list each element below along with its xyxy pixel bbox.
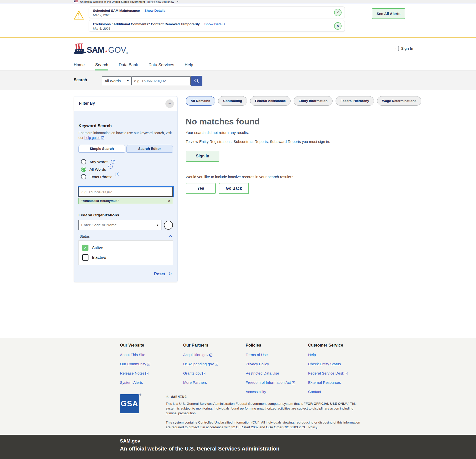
check-icon: ✓	[84, 246, 87, 250]
alert-date: Mar 6, 2026	[93, 27, 330, 30]
federal-org-input[interactable]	[78, 220, 161, 230]
us-flag-icon	[74, 0, 78, 3]
footer-link-terms-of-use[interactable]: Terms of Use	[246, 353, 308, 357]
warning-paragraph-2: This system contains Controlled Unclassi…	[166, 420, 366, 430]
nav-item-data-bank[interactable]: Data Bank	[119, 62, 138, 70]
warning-triangle-icon: ⚠	[73, 9, 84, 22]
radio-label[interactable]: All Words	[89, 167, 106, 172]
reset-icon[interactable]: ↻	[168, 272, 172, 276]
status-options-box: ✓ Active Inactive	[78, 240, 173, 265]
main-content: Filter By − Keyword Search For more info…	[0, 90, 476, 338]
show-details-link[interactable]: Show Details	[204, 22, 225, 26]
keyword-search-input[interactable]	[78, 187, 173, 197]
footer-link-release-notes[interactable]: Release Notes↗	[120, 371, 182, 375]
status-option-active[interactable]: ✓ Active	[82, 245, 169, 251]
close-alert-button[interactable]: ×	[334, 9, 342, 16]
domain-pill-federal-hierarchy[interactable]: Federal Hierarchy	[336, 96, 374, 106]
footer-link-system-alerts[interactable]: System Alerts	[120, 380, 182, 385]
footer-link-foia[interactable]: Freedom of Information Act↗	[246, 380, 308, 385]
info-icon[interactable]: i	[108, 164, 113, 169]
radio-any-words[interactable]	[81, 159, 86, 164]
keyword-search-heading: Keyword Search	[78, 123, 173, 128]
alert-exclusions: Exclusions “Additional Comments” Content…	[89, 20, 345, 32]
close-alert-button[interactable]: ×	[334, 22, 342, 30]
warning-icon: ⚠	[166, 395, 169, 399]
nav-item-data-services[interactable]: Data Services	[148, 62, 174, 70]
chevron-up-icon[interactable]	[169, 235, 172, 238]
external-link-icon: ↗	[101, 136, 104, 139]
gsa-logo: GSA	[120, 394, 139, 413]
chevron-down-icon[interactable]	[177, 0, 179, 2]
bottom-bar: SAM.gov An official website of the U.S. …	[0, 435, 476, 459]
tab-search-editor[interactable]: Search Editor	[126, 145, 173, 153]
nav-item-search[interactable]: Search	[95, 62, 108, 70]
logo-text-sam: SAM	[87, 45, 104, 55]
sign-in-link[interactable]: ← Sign In	[394, 46, 413, 51]
see-all-alerts-button[interactable]: See All Alerts	[372, 8, 405, 19]
tab-simple-search[interactable]: Simple Search	[78, 145, 125, 153]
site-footer: Our Website About This Site Our Communit…	[0, 338, 476, 435]
search-button[interactable]	[191, 76, 202, 86]
external-link-icon: ↗	[292, 381, 295, 384]
footer-link-usaspending-gov[interactable]: USASpending.gov↗	[183, 362, 246, 366]
footer-link-about-this-site[interactable]: About This Site	[120, 353, 182, 357]
domain-pill-wage-determinations[interactable]: Wage Determinations	[377, 96, 422, 106]
show-details-link[interactable]: Show Details	[144, 9, 165, 12]
more-options-button[interactable]: •••	[164, 221, 173, 230]
domain-pill-federal-assistance[interactable]: Federal Assistance	[250, 96, 291, 106]
info-icon[interactable]: i	[111, 160, 115, 164]
radio-all-words[interactable]	[81, 167, 86, 172]
footer-link-external-resources[interactable]: External Resources	[308, 380, 371, 385]
keyword-chip-value: "Anastasiia Herasymuk"	[81, 199, 119, 203]
go-back-button[interactable]: Go Back	[219, 183, 249, 194]
sam-gov-logo[interactable]: ★★★ SAM ★ GOV ®	[73, 43, 128, 55]
yes-button[interactable]: Yes	[186, 183, 216, 194]
footer-link-federal-service-desk[interactable]: Federal Service Desk↗	[308, 371, 371, 375]
keyword-chip: "Anastasiia Herasymuk" ×	[78, 198, 173, 204]
ellipsis-icon: •••	[167, 224, 170, 226]
footer-link-accessibility[interactable]: Accessibility	[246, 390, 308, 394]
collapse-filters-button[interactable]: −	[165, 99, 174, 108]
radio-exact-phrase[interactable]	[81, 174, 86, 179]
footer-col-policies: Policies Terms of Use Privacy Policy Res…	[246, 343, 308, 394]
footer-link-more-partners[interactable]: More Partners	[183, 380, 246, 385]
checkbox-inactive[interactable]	[82, 254, 88, 261]
alert-maintenance: Scheduled SAM Maintenance Show Details M…	[89, 6, 345, 18]
footer-link-privacy-policy[interactable]: Privacy Policy	[246, 362, 308, 366]
results-area: All Domains Contracting Federal Assistan…	[186, 96, 466, 194]
remove-chip-icon[interactable]: ×	[168, 199, 170, 203]
how-you-know-link[interactable]: Here's how you know	[147, 0, 174, 3]
external-link-icon: ↗	[147, 363, 150, 366]
domain-pill-entity-information[interactable]: Entity Information	[294, 96, 333, 106]
footer-link-acquisition-gov[interactable]: Acquisition.gov↗	[183, 353, 246, 357]
footer-link-grants-gov[interactable]: Grants.gov↗	[183, 371, 246, 375]
footer-link-our-community[interactable]: Our Community↗	[120, 362, 182, 366]
federal-organizations-heading: Federal Organizations	[78, 213, 173, 217]
radio-label[interactable]: Exact Phrase	[89, 175, 112, 179]
footer-link-restricted-data-use[interactable]: Restricted Data Use	[246, 371, 308, 375]
search-label: Search	[74, 78, 87, 82]
domain-pill-contracting[interactable]: Contracting	[218, 96, 247, 106]
footer-link-help[interactable]: Help	[308, 353, 371, 357]
footer-link-contact[interactable]: Contact	[308, 390, 371, 394]
sign-in-button[interactable]: Sign In	[186, 151, 219, 162]
nav-item-help[interactable]: Help	[185, 62, 193, 70]
status-option-inactive[interactable]: Inactive	[82, 254, 169, 261]
help-guide-link[interactable]: help guide	[84, 136, 100, 140]
dropdown-arrow-icon[interactable]: ▼	[156, 220, 159, 230]
no-results-message: Your search did not return any results.	[186, 130, 466, 135]
global-search-input[interactable]	[132, 76, 191, 85]
include-inactive-question: Would you like to include inactive recor…	[186, 175, 466, 179]
info-icon[interactable]: i	[115, 172, 119, 176]
filter-by-title: Filter By	[79, 101, 95, 106]
footer-heading: Our Partners	[183, 343, 246, 348]
radio-label[interactable]: Any Words	[89, 160, 108, 164]
footer-link-check-entity-status[interactable]: Check Entity Status	[308, 362, 371, 366]
checkbox-active[interactable]: ✓	[82, 245, 88, 251]
reset-filters-link[interactable]: Reset	[154, 272, 165, 276]
domain-pill-all-domains[interactable]: All Domains	[186, 96, 215, 106]
nav-item-home[interactable]: Home	[74, 62, 85, 70]
search-mode-select[interactable]: All Words ▼	[102, 76, 132, 85]
primary-nav: Home Search Data Bank Data Services Help	[0, 61, 476, 71]
status-label: Status	[79, 234, 90, 238]
